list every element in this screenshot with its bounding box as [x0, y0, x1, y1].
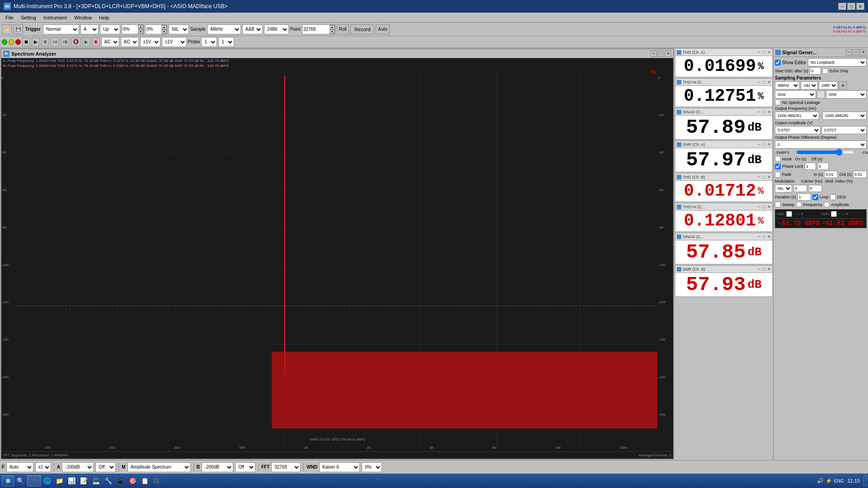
taskbar-app3-btn[interactable]: 📊	[66, 475, 77, 486]
amp-radio[interactable]	[824, 202, 830, 207]
roll-btn[interactable]: Roll	[337, 24, 349, 34]
ddc-min1[interactable]: ─	[793, 212, 796, 216]
tb2-btn4[interactable]: +A	[51, 38, 59, 47]
ddc-cb1[interactable]	[786, 211, 792, 217]
sg-close-btn[interactable]: ✕	[860, 49, 866, 56]
search-btn[interactable]: 🔍	[15, 475, 26, 486]
sample-rate-select[interactable]: 48kHz	[207, 24, 241, 34]
spec-min-btn[interactable]: ─	[651, 51, 657, 57]
snr-b-min[interactable]: ─	[758, 267, 761, 272]
sg-min-btn[interactable]: ─	[845, 49, 852, 56]
sg-rate-select[interactable]: 48kHz	[775, 81, 800, 89]
fade-cb[interactable]	[775, 172, 781, 178]
snr-b-max[interactable]: □	[763, 267, 765, 272]
probe1-select[interactable]: 1	[201, 37, 217, 47]
tb2-btn2[interactable]: ▶	[32, 38, 40, 47]
sg-bit-select[interactable]: 24Bit	[819, 81, 838, 89]
phase-lock-cb[interactable]	[775, 164, 781, 169]
wnd-select[interactable]: Kaiser 6	[319, 462, 360, 472]
ddc-min2[interactable]: ─	[838, 212, 841, 216]
menu-help[interactable]: Help	[95, 14, 113, 21]
tb2-btn5[interactable]: +B	[61, 38, 69, 47]
sg-amp2-select[interactable]: 0.0707	[821, 126, 867, 134]
bit-depth-select[interactable]: 24Bit	[264, 24, 289, 34]
range1b-select[interactable]: ±1V	[162, 37, 187, 47]
mask-cb[interactable]	[775, 156, 781, 162]
sg-freq1-select[interactable]: 1000.488281	[775, 112, 819, 120]
ddc-close2[interactable]: ✕	[845, 212, 849, 216]
sinad-c1-min[interactable]: ─	[758, 109, 761, 114]
tb2-btn3[interactable]: ⏸	[41, 38, 49, 47]
taskbar-app6-btn[interactable]: 🔧	[103, 475, 114, 486]
thd-b-min[interactable]: ─	[758, 174, 761, 179]
a-range-select[interactable]: -200dB	[62, 462, 94, 472]
point-input[interactable]	[302, 25, 330, 34]
sg-phase-select[interactable]: 0	[775, 141, 867, 149]
sg-max-btn[interactable]: □	[853, 49, 859, 56]
f-mult-select[interactable]: x1	[35, 462, 51, 472]
dds-cb[interactable]	[830, 194, 836, 200]
thd-b-close[interactable]: ✕	[767, 174, 771, 179]
mode-select[interactable]: Normal	[43, 24, 79, 34]
open-btn[interactable]: 📂	[2, 24, 12, 34]
snr-a-max[interactable]: □	[763, 142, 765, 147]
sg-amp1-select[interactable]: 0.0707	[775, 126, 821, 134]
menu-instrument[interactable]: Instrument	[40, 14, 71, 21]
taskbar-app8-btn[interactable]: 🎯	[127, 475, 138, 486]
echo-only-cb[interactable]	[822, 68, 828, 74]
tb2-rec[interactable]: ⏺	[92, 38, 100, 47]
thdn-c2-min[interactable]: ─	[758, 204, 761, 209]
sg-ch-select[interactable]: A&B	[801, 81, 818, 89]
fade-out-input[interactable]	[853, 171, 867, 178]
f-mode-select[interactable]: Auto	[6, 462, 33, 472]
menu-setting[interactable]: Setting	[17, 14, 40, 21]
off2-select[interactable]: Off	[235, 462, 255, 472]
taskbar-app9-btn[interactable]: 📋	[139, 475, 151, 486]
sinad-c1-max[interactable]: □	[763, 109, 765, 114]
pct2-down[interactable]: ▼	[161, 29, 167, 34]
phase-lock-val2[interactable]	[817, 163, 829, 170]
loopback-select[interactable]: No Loopback	[808, 58, 867, 66]
pct1-down[interactable]: ▼	[138, 29, 143, 34]
taskbar-app5-btn[interactable]: 💻	[90, 475, 102, 486]
close-btn[interactable]: ✕	[856, 3, 864, 10]
show-desktop-btn[interactable]	[863, 475, 866, 486]
save-btn[interactable]: 💾	[13, 24, 23, 34]
sys-icon2[interactable]: ⚡	[826, 478, 832, 484]
tb2-play2[interactable]: ▶	[82, 38, 90, 47]
sinad-c1-close[interactable]: ✕	[767, 109, 771, 114]
loop-cb[interactable]	[812, 194, 818, 200]
b-range-select[interactable]: -200dB	[202, 462, 233, 472]
menu-file[interactable]: File	[2, 14, 17, 21]
thdn-c1-max[interactable]: □	[763, 80, 765, 84]
tb2-mute[interactable]: 🔇	[71, 38, 81, 47]
taskbar-explorer-btn[interactable]: 📁	[54, 475, 65, 486]
thd-b-max[interactable]: □	[763, 174, 765, 179]
ddc-max2[interactable]: □	[842, 212, 844, 216]
thdn-c1-close[interactable]: ✕	[767, 80, 771, 84]
taskbar-app7-btn[interactable]: 📱	[115, 475, 126, 486]
off1-select[interactable]: Off	[95, 462, 116, 472]
thd-a-close[interactable]: ✕	[767, 50, 771, 55]
carrier-input[interactable]	[793, 185, 807, 192]
db-slider[interactable]	[796, 150, 854, 155]
fade-in-input[interactable]	[824, 171, 838, 178]
phase-lock-val1[interactable]	[805, 163, 816, 170]
pct1-up[interactable]: ▲	[138, 25, 143, 29]
sinad-c2-min[interactable]: ─	[758, 234, 761, 239]
ddc-close1[interactable]: ✕	[801, 212, 804, 216]
taskbar-ie-btn[interactable]: 🌐	[42, 475, 53, 486]
probe2-select[interactable]: 1	[218, 37, 234, 47]
point-up[interactable]: ▲	[330, 25, 335, 29]
range1-select[interactable]: ±1V	[140, 37, 160, 47]
sinad-c2-max[interactable]: □	[763, 234, 765, 239]
direction-select[interactable]: Up	[100, 24, 120, 34]
duration-input[interactable]	[797, 193, 811, 201]
thd-a-min[interactable]: ─	[758, 50, 761, 55]
thd-a-max[interactable]: □	[763, 50, 765, 55]
spec-close-btn[interactable]: ✕	[665, 51, 671, 57]
freq-radio[interactable]	[796, 202, 802, 207]
sinad-c2-close[interactable]: ✕	[767, 234, 771, 239]
tb2-btn1[interactable]: ⏹	[22, 38, 30, 47]
sg-wave1-select[interactable]: Sine	[775, 90, 816, 99]
